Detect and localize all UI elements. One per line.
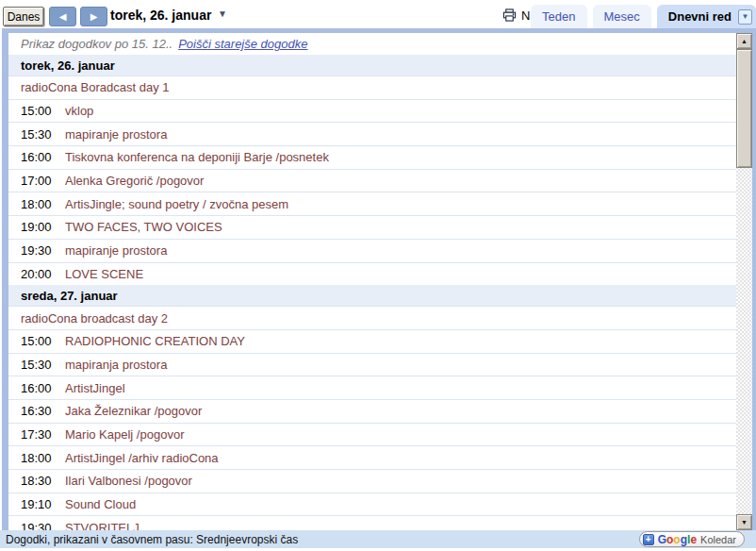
- event-row[interactable]: 16:00ArtistJingel: [8, 376, 736, 399]
- event-time: 18:00: [8, 451, 65, 465]
- event-time: 16:00: [8, 381, 65, 395]
- event-time: 16:30: [8, 404, 65, 418]
- event-time: 18:00: [8, 197, 65, 211]
- event-time: 19:10: [8, 497, 65, 511]
- event-row[interactable]: 18:30Ilari Valbonesi /pogovor: [8, 469, 736, 493]
- event-time: 18:30: [8, 474, 65, 488]
- event-time: 16:00: [8, 150, 65, 164]
- event-row[interactable]: 19:10Sound Cloud: [8, 493, 736, 516]
- event-title[interactable]: STVORITELJ: [65, 521, 140, 530]
- event-title[interactable]: Alenka Gregorič /pogovor: [65, 174, 204, 188]
- calendar-toolbar: Danes ◀ ▶ torek, 26. januar ▼ Natisni Te…: [0, 0, 756, 28]
- event-row[interactable]: radioCona Boradcast day 1: [8, 75, 736, 99]
- event-title[interactable]: Ilari Valbonesi /pogovor: [65, 474, 192, 488]
- event-row[interactable]: 19:30STVORITELJ: [8, 515, 736, 530]
- event-time: 17:00: [8, 174, 65, 188]
- event-title[interactable]: TWO FACES, TWO VOICES: [65, 220, 222, 234]
- notice-row: Prikaz dogodkov po 15. 12.. Poišči stare…: [8, 33, 736, 55]
- scroll-up-icon[interactable]: ▲: [736, 33, 752, 49]
- event-title[interactable]: vklop: [65, 104, 93, 118]
- event-row[interactable]: 20:00LOVE SCENE: [8, 262, 736, 286]
- google-calendar-label: Koledar: [700, 534, 736, 545]
- footer-bar: Dogodki, prikazani v časovnem pasu: Sred…: [0, 530, 756, 548]
- printer-icon: [502, 8, 517, 22]
- event-title[interactable]: Jaka Železnikar /pogovor: [65, 404, 202, 418]
- event-time: 15:30: [8, 127, 65, 142]
- event-title[interactable]: radioCona broadcast day 2: [21, 311, 168, 326]
- event-title[interactable]: LOVE SCENE: [65, 267, 143, 281]
- scrollbar-thumb[interactable]: [736, 49, 752, 168]
- event-title[interactable]: mapiranje prostora: [65, 127, 167, 142]
- tab-month[interactable]: Mesec: [593, 5, 651, 28]
- event-time: 15:00: [8, 334, 65, 348]
- agenda-panel: Prikaz dogodkov po 15. 12.. Poišči stare…: [2, 28, 756, 530]
- older-events-link[interactable]: Poišči starejše dogodke: [178, 37, 307, 51]
- event-row[interactable]: 16:00Tiskovna konferenca na deponiji Bar…: [8, 145, 736, 169]
- event-row[interactable]: 15:00RADIOPHONIC CREATION DAY: [8, 329, 736, 353]
- event-time: 20:00: [8, 267, 65, 281]
- event-row[interactable]: 16:30Jaka Železnikar /pogovor: [8, 399, 736, 423]
- tab-week[interactable]: Teden: [531, 5, 586, 28]
- google-plus-icon: +: [643, 534, 654, 545]
- event-row[interactable]: 17:30Mario Kapelj /pogovor: [8, 423, 736, 446]
- day-header: torek, 26. januar: [8, 55, 736, 75]
- notice-text: Prikaz dogodkov po 15. 12..: [21, 37, 173, 51]
- event-title[interactable]: radioCona Boradcast day 1: [21, 80, 170, 94]
- scroll-down-icon[interactable]: ▼: [736, 514, 752, 530]
- prev-arrow-icon[interactable]: ◀: [49, 7, 76, 26]
- tab-dropdown-icon[interactable]: ▼: [738, 9, 752, 25]
- event-title[interactable]: mapiranje prostora: [65, 243, 167, 258]
- google-logo: Google: [658, 533, 697, 546]
- calendar-embed-page: Danes ◀ ▶ torek, 26. januar ▼ Natisni Te…: [0, 0, 756, 551]
- event-time: 15:00: [8, 104, 65, 118]
- event-title[interactable]: mapiranja prostora: [65, 358, 167, 372]
- today-button[interactable]: Danes: [3, 7, 44, 26]
- event-title[interactable]: RADIOPHONIC CREATION DAY: [65, 334, 245, 348]
- event-title[interactable]: ArtistJingel /arhiv radioCona: [65, 451, 219, 465]
- day-header: sreda, 27. januar: [8, 285, 736, 306]
- event-row[interactable]: 18:00ArtisJingle; sound poetry / zvočna …: [8, 192, 736, 215]
- date-dropdown-caret-icon[interactable]: ▼: [218, 8, 227, 19]
- event-row[interactable]: 15:30mapiranje prostora: [8, 122, 736, 145]
- next-arrow-icon[interactable]: ▶: [80, 7, 107, 26]
- event-time: 19:00: [8, 220, 65, 234]
- timezone-label: Dogodki, prikazani v časovnem pasu: Sred…: [6, 533, 298, 546]
- event-row[interactable]: 19:00TWO FACES, TWO VOICES: [8, 215, 736, 239]
- event-title[interactable]: Tiskovna konferenca na deponiji Barje /p…: [65, 150, 329, 164]
- event-row[interactable]: 18:00ArtistJingel /arhiv radioCona: [8, 445, 736, 469]
- event-row[interactable]: 15:30mapiranja prostora: [8, 353, 736, 376]
- event-time: 15:30: [8, 358, 65, 372]
- agenda-content: Prikaz dogodkov po 15. 12.. Poišči stare…: [8, 33, 736, 530]
- event-title[interactable]: ArtistJingel: [65, 381, 125, 395]
- event-title[interactable]: ArtisJingle; sound poetry / zvočna pesem: [65, 197, 288, 211]
- event-row[interactable]: radioCona broadcast day 2: [8, 306, 736, 329]
- event-time: 19:30: [8, 243, 65, 258]
- tab-agenda-label: Dnevni red: [668, 9, 731, 24]
- view-tabs: Teden Mesec Dnevni red ▼: [531, 5, 756, 28]
- event-row[interactable]: 15:00vklop: [8, 99, 736, 123]
- tab-agenda[interactable]: Dnevni red ▼: [657, 5, 756, 28]
- agenda-body: torek, 26. januarradioCona Boradcast day…: [8, 55, 736, 530]
- event-title[interactable]: Mario Kapelj /pogovor: [65, 427, 184, 442]
- event-row[interactable]: 19:30mapiranje prostora: [8, 239, 736, 262]
- current-date-label: torek, 26. januar: [110, 8, 211, 23]
- event-time: 19:30: [8, 521, 65, 530]
- event-time: 17:30: [8, 427, 65, 442]
- event-title[interactable]: Sound Cloud: [65, 497, 136, 511]
- vertical-scrollbar[interactable]: ▲ ▼: [736, 33, 752, 530]
- google-calendar-button[interactable]: + Google Koledar: [639, 531, 745, 547]
- event-row[interactable]: 17:00Alenka Gregorič /pogovor: [8, 169, 736, 192]
